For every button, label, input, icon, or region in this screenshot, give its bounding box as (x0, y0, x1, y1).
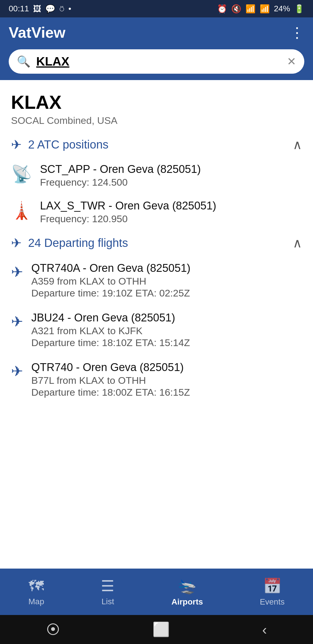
map-icon: 🗺 (29, 577, 44, 595)
search-bar: 🔍 ✕ (9, 49, 304, 74)
status-left: 00:11 🖼 💬 ⍥ • (9, 4, 71, 14)
status-right: ⏰ 🔇 📶 📶 24% 🔋 (217, 4, 304, 14)
flight-item-3[interactable]: ✈ QTR740 - Oren Geva (825051) B77L from … (0, 355, 313, 404)
atc-name-1: SCT_APP - Oren Geva (825051) (40, 163, 201, 176)
flight-route-3: B77L from KLAX to OTHH (31, 375, 190, 386)
departures-section-icon: ✈ (11, 236, 22, 250)
status-bar: 00:11 🖼 💬 ⍥ • ⏰ 🔇 📶 📶 24% 🔋 (0, 0, 313, 17)
flight-item-2[interactable]: ✈ JBU24 - Oren Geva (825051) A321 from K… (0, 305, 313, 355)
flight-callsign-2: JBU24 - Oren Geva (825051) (31, 312, 190, 324)
nav-list-label: List (101, 597, 114, 606)
mute-icon: 🔇 (231, 4, 241, 14)
clear-search-button[interactable]: ✕ (287, 55, 296, 68)
nav-list[interactable]: ☰ List (92, 574, 123, 609)
search-bar-container: 🔍 ✕ (0, 46, 313, 80)
atc-item-2[interactable]: 🗼 LAX_S_TWR - Oren Geva (825051) Frequen… (0, 194, 313, 230)
flight-callsign-1: QTR740A - Oren Geva (825051) (31, 262, 190, 274)
wifi-icon: 📶 (245, 4, 256, 14)
nav-airports[interactable]: 🛬 Airports (163, 574, 212, 609)
plane-icon-1: ✈ (11, 264, 23, 281)
nav-events-label: Events (260, 597, 285, 607)
flight-times-2: Departure time: 18:10Z ETA: 15:14Z (31, 337, 190, 348)
whatsapp-icon: 💬 (45, 4, 55, 14)
app-title: VatView (9, 24, 65, 41)
battery-icon: 🔋 (294, 4, 304, 14)
departures-section-chevron: ∧ (293, 236, 302, 250)
airports-icon: 🛬 (178, 577, 196, 595)
atc-freq-2: Frequency: 120.950 (40, 213, 216, 225)
search-icon: 🔍 (17, 55, 30, 68)
signal-icon: 📶 (260, 4, 270, 14)
status-time: 00:11 (9, 4, 29, 13)
list-icon: ☰ (101, 577, 114, 595)
bottom-nav: 🗺 Map ☰ List 🛬 Airports 📅 Events (0, 569, 313, 615)
home-button[interactable]: ⬜ (152, 621, 170, 638)
gallery-icon: 🖼 (33, 4, 41, 14)
nav-icon-status: ⍥ (59, 4, 64, 13)
events-icon: 📅 (263, 577, 282, 595)
flight-times-1: Departure time: 19:10Z ETA: 02:25Z (31, 287, 190, 299)
plane-icon-2: ✈ (11, 313, 23, 330)
nav-airports-label: Airports (171, 597, 203, 607)
tower-icon: 🗼 (11, 201, 32, 220)
nav-events[interactable]: 📅 Events (251, 574, 293, 609)
recent-apps-button[interactable]: ⦿ (46, 622, 60, 638)
nav-map[interactable]: 🗺 Map (20, 574, 53, 609)
battery-text: 24% (274, 4, 290, 13)
flight-route-1: A359 from KLAX to OTHH (31, 276, 190, 287)
system-nav: ⦿ ⬜ ‹ (0, 615, 313, 644)
more-menu-button[interactable]: ⋮ (290, 24, 304, 41)
atc-section-title: 2 ATC positions (28, 138, 108, 151)
atc-name-2: LAX_S_TWR - Oren Geva (825051) (40, 200, 216, 212)
flight-times-3: Departure time: 18:00Z ETA: 16:15Z (31, 387, 190, 398)
atc-section-icon: ✈ (11, 137, 22, 152)
departures-section-title: 24 Departing flights (28, 236, 128, 249)
atc-section-header[interactable]: ✈ 2 ATC positions ∧ (0, 132, 313, 157)
approach-icon: 📡 (11, 164, 32, 184)
main-content: KLAX SOCAL Combined, USA ✈ 2 ATC positio… (0, 80, 313, 569)
atc-freq-1: Frequency: 124.500 (40, 177, 201, 188)
airport-header: KLAX SOCAL Combined, USA (0, 80, 313, 132)
back-button[interactable]: ‹ (262, 622, 267, 638)
app-header: VatView ⋮ (0, 17, 313, 46)
airport-code: KLAX (11, 92, 302, 113)
departures-section-header[interactable]: ✈ 24 Departing flights ∧ (0, 230, 313, 256)
flight-callsign-3: QTR740 - Oren Geva (825051) (31, 361, 190, 374)
atc-item[interactable]: 📡 SCT_APP - Oren Geva (825051) Frequency… (0, 157, 313, 194)
atc-section-chevron: ∧ (293, 137, 302, 152)
alarm-icon: ⏰ (217, 4, 227, 14)
search-input[interactable] (36, 55, 281, 68)
nav-map-label: Map (28, 597, 44, 606)
airport-subtitle: SOCAL Combined, USA (11, 115, 302, 126)
flight-route-2: A321 from KLAX to KJFK (31, 325, 190, 337)
flight-item-1[interactable]: ✈ QTR740A - Oren Geva (825051) A359 from… (0, 256, 313, 305)
plane-icon-3: ✈ (11, 363, 23, 380)
dot-icon: • (68, 4, 71, 13)
